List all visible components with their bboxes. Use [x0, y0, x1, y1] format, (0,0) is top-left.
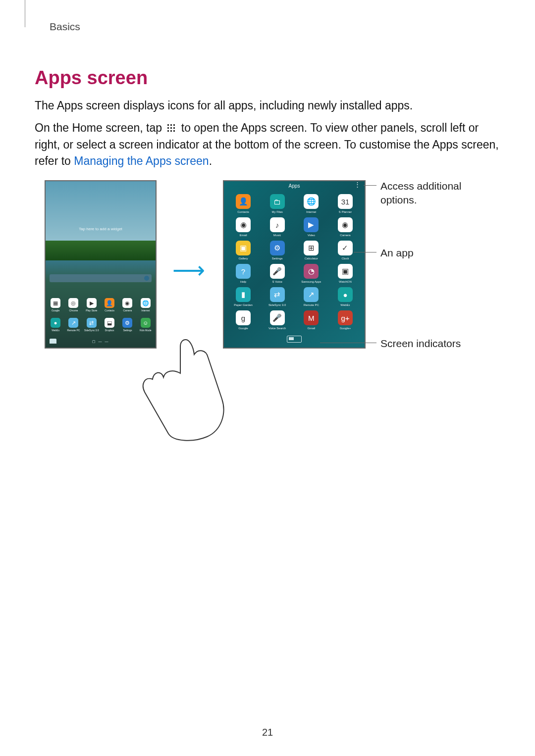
page-number: 21 [0, 727, 535, 738]
dock-app: ⬓Dropbox [103, 318, 116, 332]
app-icon: ◉ [122, 298, 132, 308]
app-cell: ●WebEx [332, 287, 359, 306]
widget-hint: Tap here to add a widget [46, 227, 156, 231]
app-label: Google [52, 309, 59, 312]
dock-app: 🌐Internet [139, 298, 153, 312]
paragraph-2: On the Home screen, tap to open the Apps… [35, 120, 500, 169]
app-label: Settings [272, 257, 283, 260]
app-label: Settings [123, 329, 132, 332]
app-cell: ◔Samsung Apps [298, 264, 324, 283]
app-icon: ▶ [304, 217, 319, 232]
app-label: SideSync 3.0 [84, 329, 99, 332]
app-icon: g [236, 310, 251, 325]
app-label: Remote PC [304, 303, 319, 306]
app-label: WebEx [340, 303, 350, 306]
callout-lead [354, 252, 376, 252]
svg-rect-3 [167, 127, 169, 129]
app-icon: ▦ [51, 298, 60, 308]
apps-row: ▮Paper Garden⇄SideSync 3.0↗Remote PC●Web… [230, 287, 359, 306]
app-cell: ◉Camera [332, 217, 359, 237]
app-icon: ▣ [236, 241, 251, 255]
app-icon: ↗ [304, 287, 319, 302]
period: . [209, 154, 212, 167]
callout-app: An app [380, 246, 414, 259]
dock-app: ●WebEx [49, 318, 62, 332]
google-search-widget [50, 274, 152, 282]
app-label: Video [308, 234, 315, 237]
apps-row: ▣Gallery⚙Settings⊞Calculator✓Clock [230, 241, 359, 260]
app-icon: ● [338, 287, 353, 302]
wallpaper-grass [46, 241, 156, 260]
app-icon: ▮ [236, 287, 251, 302]
app-icon: 🌐 [141, 298, 151, 308]
app-icon: ⇄ [87, 318, 97, 328]
app-label: Internet [141, 309, 150, 312]
app-cell: ▣WatchON [332, 264, 359, 283]
dock-app: ↗Remote PC [66, 318, 80, 332]
app-label: Contacts [237, 210, 249, 213]
app-label: Remote PC [67, 329, 80, 332]
svg-rect-4 [170, 127, 172, 129]
callout-indicators: Screen indicators [380, 337, 461, 350]
app-label: S Planner [339, 210, 352, 213]
app-label: My Files [271, 210, 282, 213]
apps-grid: 👤Contacts🗀My Files🌐Internet31S Planner◉E… [230, 194, 359, 336]
illustration: Tap here to add a widget ▦Google◎Chrome▶… [35, 180, 500, 457]
app-icon: ◔ [304, 264, 319, 279]
app-icon: ◉ [338, 217, 353, 232]
svg-rect-6 [167, 130, 169, 132]
app-cell: 👤Contacts [230, 194, 257, 213]
app-icon: ↗ [68, 318, 78, 328]
hand-illustration [139, 335, 238, 444]
app-icon: 🌐 [304, 194, 319, 209]
app-label: Internet [306, 210, 316, 213]
app-icon: ⇄ [270, 287, 285, 302]
manual-page: Basics Apps screen The Apps screen displ… [0, 0, 535, 756]
app-icon: ♪ [270, 217, 285, 232]
app-icon: ◉ [236, 217, 251, 232]
svg-rect-0 [167, 124, 169, 126]
app-label: Samsung Apps [301, 280, 321, 283]
home-pager-folder-icon [50, 339, 56, 344]
app-label: Google [238, 327, 248, 330]
app-icon: ⬓ [105, 318, 114, 328]
svg-rect-8 [173, 130, 175, 132]
app-icon: ? [236, 264, 251, 279]
breadcrumb: Basics [50, 21, 500, 33]
dock-app: ▶Play Store [85, 298, 99, 312]
callout-options: Access additional options. [380, 179, 494, 206]
app-icon: ● [51, 318, 60, 328]
app-cell: ♪Music [264, 217, 291, 237]
app-label: SideSync 3.0 [268, 303, 286, 306]
app-label: Music [273, 234, 281, 237]
gutter-rule [25, 0, 25, 27]
callout-lead [364, 185, 376, 186]
app-icon: 31 [338, 194, 353, 209]
apps-row: ?Help🎤S Voice◔Samsung Apps▣WatchON [230, 264, 359, 283]
dock-app: ⚙Settings [120, 318, 134, 332]
app-label: Play Store [86, 309, 97, 312]
app-icon: 👤 [105, 298, 114, 308]
dock-row-2: ●WebEx↗Remote PC⇄SideSync 3.0⬓Dropbox⚙Se… [46, 318, 156, 332]
app-label: Chrome [69, 309, 78, 312]
app-icon: ◎ [68, 298, 78, 308]
app-cell: 🌐Internet [298, 194, 324, 213]
dock-app: ☺Kids Mode [139, 318, 153, 332]
apps-row: gGoogle🎤Voice SearchMGmailg+Google+ [230, 310, 359, 330]
app-cell: ⇄SideSync 3.0 [264, 287, 291, 306]
section-heading: Apps screen [35, 67, 500, 89]
app-label: Dropbox [105, 329, 114, 332]
home-pager-dots: ▢ — — [92, 340, 109, 343]
app-icon: ✓ [338, 241, 353, 255]
app-label: Calculator [305, 257, 318, 260]
app-label: Clock [341, 257, 349, 260]
apps-pager [224, 336, 365, 345]
app-icon: ⊞ [304, 241, 319, 255]
dock-app: ◎Chrome [66, 298, 80, 312]
app-cell: ▮Paper Garden [230, 287, 257, 306]
managing-apps-link[interactable]: Managing the Apps screen [74, 154, 209, 167]
app-cell: MGmail [298, 310, 324, 330]
app-label: Voice Search [268, 327, 286, 330]
app-label: Email [239, 234, 247, 237]
dock-app: ◉Camera [120, 298, 134, 312]
